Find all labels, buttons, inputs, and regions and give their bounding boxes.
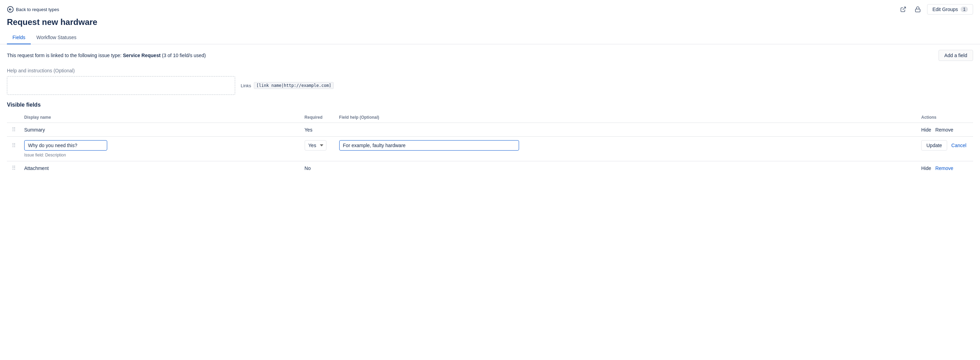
col-drag (7, 112, 21, 123)
drag-handle-icon-2[interactable]: ⠿ (10, 142, 17, 149)
attachment-remove-button[interactable]: Remove (935, 165, 953, 171)
description-required-select[interactable]: Yes No (305, 140, 326, 150)
links-hint: Links [link name|http://example.com] (241, 82, 334, 89)
back-link[interactable]: Back to request types (7, 6, 59, 13)
links-label: Links (241, 83, 251, 88)
drag-handle-cell-3: ⠿ (7, 161, 21, 175)
content-area: This request form is linked to the follo… (0, 44, 980, 180)
linked-info-text: This request form is linked to the follo… (7, 53, 206, 58)
edit-groups-button[interactable]: Edit Groups 1 (927, 4, 973, 14)
summary-required-cell: Yes (301, 123, 336, 137)
svg-line-2 (903, 7, 906, 10)
summary-actions-cell: Hide Remove (918, 123, 973, 137)
edit-groups-label: Edit Groups (932, 6, 958, 12)
col-required: Required (301, 112, 336, 123)
col-field-help: Field help (Optional) (336, 112, 918, 123)
table-row-sub: Issue field: Description (7, 152, 973, 161)
help-instructions-textarea[interactable] (7, 76, 235, 95)
drag-handle-cell: ⠿ (7, 123, 21, 137)
visible-fields-title: Visible fields (7, 102, 973, 108)
table-row: ⠿ Summary Yes Hide Remove (7, 123, 973, 137)
table-header-row: Display name Required Field help (Option… (7, 112, 973, 123)
col-actions: Actions (918, 112, 973, 123)
attachment-name-cell: Attachment (21, 161, 301, 175)
description-update-button[interactable]: Update (921, 140, 947, 150)
table-row: ⠿ Attachment No Hide Remove (7, 161, 973, 175)
help-label: Help and instructions (Optional) (7, 68, 973, 74)
summary-hide-button[interactable]: Hide (921, 127, 931, 133)
summary-name-cell: Summary (21, 123, 301, 137)
summary-help-cell (336, 123, 918, 137)
help-section: Help and instructions (Optional) Links [… (7, 68, 973, 95)
issue-field-label: Issue field: Description (24, 153, 970, 157)
page-title: Request new hardware (0, 14, 980, 27)
lock-button[interactable] (913, 4, 923, 14)
external-link-icon (900, 6, 906, 13)
help-input-row: Links [link name|http://example.com] (7, 76, 973, 95)
description-actions-cell: Update Cancel (918, 137, 973, 152)
description-required-cell: Yes No (301, 137, 336, 152)
edit-groups-badge: 1 (961, 6, 968, 12)
external-link-button[interactable] (898, 4, 908, 14)
lock-icon (915, 6, 921, 13)
issue-field-label-cell: Issue field: Description (21, 152, 973, 161)
summary-required: Yes (305, 127, 313, 133)
attachment-hide-button[interactable]: Hide (921, 165, 931, 171)
top-bar: Back to request types Edit Groups 1 (0, 0, 980, 14)
table-row: ⠿ Yes No Update (7, 137, 973, 152)
tab-fields[interactable]: Fields (7, 31, 31, 44)
attachment-required-cell: No (301, 161, 336, 175)
svg-rect-3 (916, 9, 921, 12)
linked-info-row: This request form is linked to the follo… (7, 50, 973, 61)
attachment-actions-cell: Hide Remove (918, 161, 973, 175)
attachment-required: No (305, 165, 311, 171)
col-display-name: Display name (21, 112, 301, 123)
description-help-cell (336, 137, 918, 152)
links-code: [link name|http://example.com] (254, 82, 334, 89)
attachment-help-cell (336, 161, 918, 175)
add-field-button[interactable]: Add a field (939, 50, 973, 61)
description-help-input[interactable] (339, 140, 519, 150)
description-cancel-button[interactable]: Cancel (951, 141, 967, 150)
summary-remove-button[interactable]: Remove (935, 127, 953, 133)
drag-handle-icon[interactable]: ⠿ (10, 127, 17, 133)
drag-handle-icon-3[interactable]: ⠿ (10, 165, 17, 171)
visible-fields-section: Visible fields Display name Required Fie… (7, 102, 973, 175)
drag-handle-cell-2: ⠿ (7, 137, 21, 152)
top-right-actions: Edit Groups 1 (898, 4, 973, 14)
issue-type-name: Service Request (123, 53, 161, 58)
back-arrow-icon (7, 6, 14, 13)
summary-field-name: Summary (24, 127, 45, 133)
tab-workflow-statuses[interactable]: Workflow Statuses (31, 31, 82, 44)
description-name-cell (21, 137, 301, 152)
tabs: Fields Workflow Statuses (0, 31, 980, 44)
back-link-label: Back to request types (16, 7, 59, 12)
attachment-field-name: Attachment (24, 165, 49, 171)
fields-table: Display name Required Field help (Option… (7, 112, 973, 175)
description-name-input[interactable] (24, 140, 107, 150)
